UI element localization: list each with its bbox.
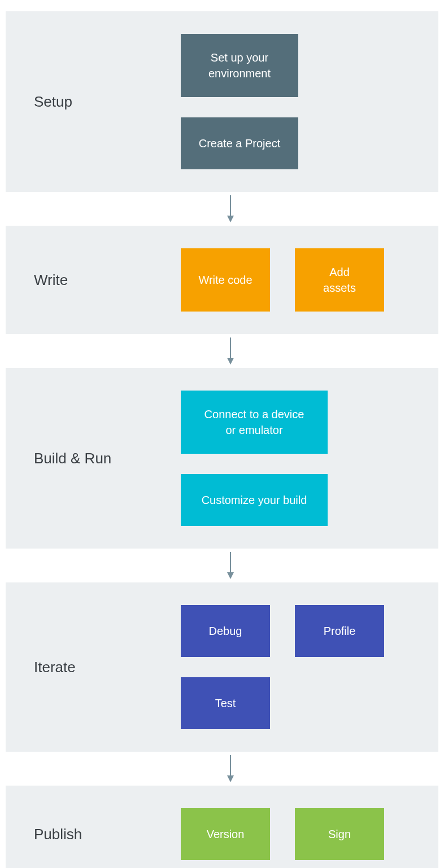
stage-cards-iterate-row1: Debug Profile (181, 605, 410, 657)
card-debug[interactable]: Debug (181, 605, 270, 657)
stage-cards-write: Write code Add assets (181, 248, 384, 312)
card-set-up-environment[interactable]: Set up your environment (181, 34, 298, 97)
stage-setup: Setup Set up your environment Create a P… (6, 11, 438, 192)
stage-label-setup: Setup (34, 93, 181, 111)
card-write-code[interactable]: Write code (181, 248, 270, 312)
card-connect-device[interactable]: Connect to a device or emulator (181, 391, 328, 454)
stage-cards-build-run: Connect to a device or emulator Customiz… (181, 391, 410, 526)
arrow-down-icon (226, 552, 235, 579)
svg-marker-3 (227, 358, 234, 365)
arrow-connector (6, 334, 438, 368)
arrow-down-icon (226, 337, 235, 365)
card-create-project[interactable]: Create a Project (181, 117, 298, 169)
card-add-assets[interactable]: Add assets (295, 248, 384, 312)
stage-cards-iterate: Debug Profile Test (181, 605, 410, 729)
arrow-connector (6, 192, 438, 226)
stage-label-publish: Publish (34, 826, 181, 843)
svg-marker-1 (227, 216, 234, 222)
stage-build-run: Build & Run Connect to a device or emula… (6, 368, 438, 549)
stage-label-iterate: Iterate (34, 659, 181, 676)
arrow-down-icon (226, 195, 235, 222)
stage-write: Write Write code Add assets (6, 226, 438, 334)
stage-cards-publish: Version Sign (181, 808, 384, 860)
stage-label-write: Write (34, 271, 181, 289)
card-customize-build[interactable]: Customize your build (181, 474, 328, 526)
card-sign[interactable]: Sign (295, 808, 384, 860)
stage-label-build-run: Build & Run (34, 450, 181, 467)
card-test[interactable]: Test (181, 677, 270, 729)
svg-marker-5 (227, 572, 234, 579)
stage-cards-setup: Set up your environment Create a Project (181, 34, 410, 169)
arrow-down-icon (226, 755, 235, 782)
arrow-connector (6, 752, 438, 786)
card-version[interactable]: Version (181, 808, 270, 860)
stage-publish: Publish Version Sign (6, 786, 438, 868)
arrow-connector (6, 549, 438, 582)
svg-marker-7 (227, 775, 234, 782)
stage-iterate: Iterate Debug Profile Test (6, 582, 438, 752)
stage-cards-iterate-row2: Test (181, 677, 410, 729)
card-profile[interactable]: Profile (295, 605, 384, 657)
